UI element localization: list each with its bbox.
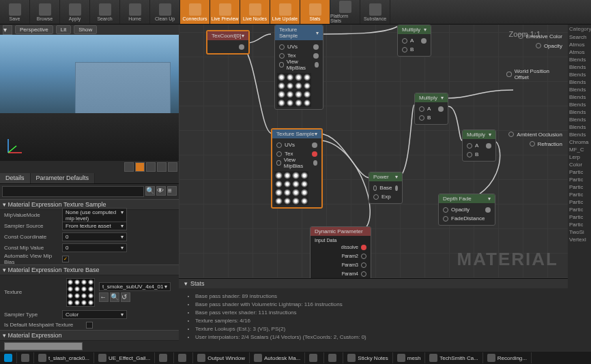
toolbar-substance[interactable]: Substance [360,0,390,24]
palette-item[interactable]: Atmos [568,48,591,56]
toolbar-live-preview[interactable]: Live Preview [210,0,240,24]
perspective-dropdown[interactable]: Perspective [15,25,53,34]
node-power[interactable]: Power▾ BaseExp [369,172,403,204]
viewport-menu-icon[interactable]: ▾ [3,25,12,35]
palette-item[interactable]: Blends [568,93,591,101]
chevron-down-icon[interactable]: ▾ [242,33,244,39]
vp-tool-5[interactable] [168,162,177,172]
material-pin-world-position-offset[interactable]: World Position Offset [504,70,565,79]
taskbar-app[interactable]: Sticky Notes [343,352,392,363]
search-icon[interactable]: 🔍 [145,186,155,196]
toolbar-stats[interactable]: Stats [300,0,330,24]
palette-item[interactable]: Blends [568,56,591,63]
chevron-down-icon[interactable]: ▾ [395,174,398,180]
chevron-down-icon[interactable]: ▾ [488,196,491,202]
vp-tool-3[interactable] [146,162,156,172]
palette-item[interactable]: VertexI [568,236,591,243]
palette-item[interactable]: Partic [568,191,591,198]
taskbar-app[interactable] [324,352,343,363]
palette-item[interactable]: Partic [568,213,591,221]
taskbar-app[interactable]: Output Window [193,352,250,363]
toolbar-browse[interactable]: Browse [30,0,60,24]
toolbar-save[interactable]: Save [0,0,30,24]
tab-details[interactable]: Details [0,173,31,183]
node-texture-sample-2[interactable]: Texture Sample▾ UVs Tex View MipBias [271,128,323,209]
palette-item[interactable]: Partic [568,198,591,206]
palette-item[interactable]: Partic [568,168,591,176]
toolbar-clean-up[interactable]: Clean Up [150,0,180,24]
material-pin-opacity[interactable]: Opacity [533,41,565,50]
taskbar-search[interactable] [17,352,34,363]
palette-item[interactable]: Atmos [568,41,591,48]
tab-parameter-defaults[interactable]: Parameter Defaults [31,173,96,183]
palette-item[interactable]: Color [568,161,591,168]
material-pin-ambient-occlusion[interactable]: Ambient Occlusion [506,130,565,139]
start-button[interactable] [0,352,17,363]
taskbar-app[interactable] [174,352,193,363]
chevron-down-icon[interactable]: ▾ [184,280,188,287]
toolbar-home[interactable]: Home [120,0,150,24]
node-multiply-1[interactable]: Multiply▾ AB [397,25,431,57]
browse-asset-icon[interactable]: 🔍 [110,292,119,302]
view-options-icon[interactable]: 👁 [156,186,166,196]
isdefault-checkbox[interactable] [86,322,93,329]
palette-item[interactable]: Blends [568,63,591,71]
palette-item[interactable]: Partic [568,183,591,191]
material-pin-refraction[interactable]: Refraction [527,139,565,149]
toolbar-live-nodes[interactable]: Live Nodes [240,0,270,24]
toolbar-apply[interactable]: Apply [60,0,90,24]
texture-thumbnail[interactable] [66,278,95,307]
show-dropdown[interactable]: Show [74,25,97,34]
palette-item[interactable]: Partic [568,206,591,213]
toolbar-connectors[interactable]: Connectors [180,0,210,24]
palette-item[interactable]: Chroma [568,138,591,146]
texture-asset-dropdown[interactable]: t_smoke_subUV_4x4_01 [99,282,171,291]
node-depth-fade[interactable]: Depth Fade▾ OpacityFadeDistance [438,194,495,226]
chevron-down-icon[interactable]: ▾ [424,27,427,33]
palette-item[interactable]: MF_C [568,146,591,153]
taskbar-app[interactable]: t_slash_crack0... [34,352,94,363]
palette-item[interactable]: Lerp [568,153,591,161]
chevron-down-icon[interactable]: ▾ [315,131,317,137]
palette-item[interactable]: Partic [568,176,591,183]
palette-item[interactable]: Blends [568,123,591,131]
toolbar-platform-stats[interactable]: Platform Stats [330,0,360,24]
palette-item[interactable]: Blends [568,108,591,116]
chevron-down-icon[interactable]: ▾ [489,132,491,138]
node-multiply-3[interactable]: Multiply▾ AB [462,130,496,162]
palette-item[interactable]: Blends [568,131,591,138]
constcoord-dropdown[interactable]: 0 [62,232,127,241]
taskbar-app[interactable] [155,352,174,363]
details-search-input[interactable] [2,186,144,197]
palette-item[interactable]: Blends [568,78,591,86]
palette-item[interactable]: TwoSi [568,228,591,236]
node-texture-sample-1[interactable]: Texture Sample▾ UVs Tex View MipBias [274,25,323,110]
taskbar-app[interactable]: TechSmith Ca... [425,352,482,363]
node-multiply-2[interactable]: Multiply▾ AB [414,93,448,125]
palette-search[interactable]: Search [568,33,591,41]
section-mat-expr-tex-base[interactable]: ▾ Material Expression Texture Base [0,264,179,275]
palette-item[interactable]: Blends [568,116,591,123]
filter-icon[interactable]: ≡ [167,186,177,196]
vp-tool-1[interactable] [124,162,134,172]
node-texcoord[interactable]: TexCoord[0]▾ [206,30,250,55]
node-dynamic-parameter[interactable]: Dynamic Parameter Input Data dissolve Pa… [310,226,371,281]
toolbar-search[interactable]: Search [90,0,120,24]
chevron-down-icon[interactable]: ▾ [316,30,319,36]
taskbar-app[interactable]: UE_Effect_Gall... [94,352,155,363]
use-selected-icon[interactable]: ← [99,292,109,302]
samplertype-dropdown[interactable]: Color [62,310,127,319]
material-graph[interactable]: Zoom 1:1 MATERIAL TexCoord[0]▾ Texture S… [179,25,568,352]
vp-tool-4[interactable] [157,162,167,172]
palette-item[interactable]: Blends [568,101,591,108]
toolbar-live-update[interactable]: Live Update [270,0,300,24]
taskbar-app[interactable]: Autodesk Ma... [250,352,305,363]
palette-item[interactable]: Blends [568,71,591,78]
samplersource-dropdown[interactable]: From texture asset [62,222,127,230]
material-preview-viewport[interactable] [0,35,179,161]
expression-slider[interactable] [4,342,83,350]
lit-dropdown[interactable]: Lit [56,25,71,34]
taskbar-app[interactable]: Recording... [483,352,532,363]
taskbar-app[interactable] [305,352,324,363]
reset-icon[interactable]: ↺ [121,292,130,302]
